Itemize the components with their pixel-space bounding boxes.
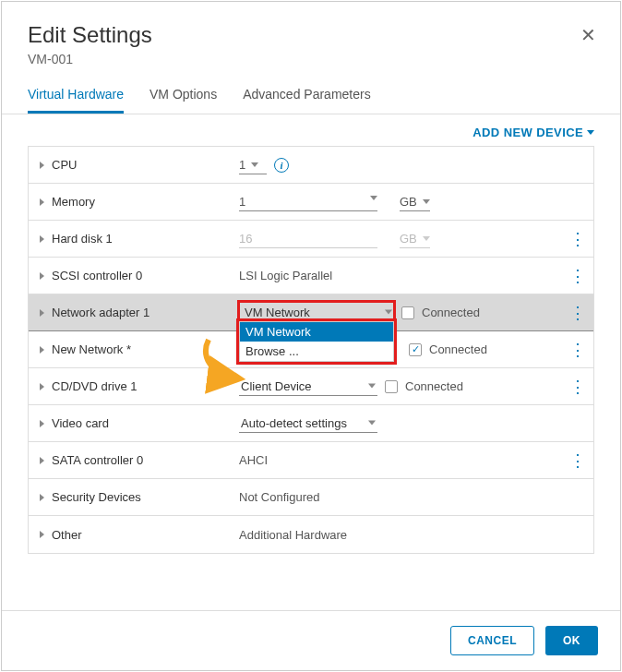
row-video-card: Video card Auto-detect settings xyxy=(29,405,593,442)
row-actions-icon[interactable]: ⋮ xyxy=(569,231,586,247)
add-new-device-label: ADD NEW DEVICE xyxy=(472,126,583,139)
expand-icon[interactable] xyxy=(40,162,44,169)
network-adapter-value: VM Network xyxy=(245,306,310,319)
cancel-button[interactable]: CANCEL xyxy=(450,626,534,655)
expand-icon[interactable] xyxy=(40,198,44,206)
cd-dvd-value: Client Device xyxy=(241,379,312,393)
row-label: Other xyxy=(52,528,82,542)
row-label: SCSI controller 0 xyxy=(52,269,142,282)
row-actions-icon[interactable]: ⋮ xyxy=(569,305,586,321)
video-card-dropdown[interactable]: Auto-detect settings xyxy=(239,414,377,433)
row-label: SATA controller 0 xyxy=(52,453,143,467)
chevron-down-icon xyxy=(251,162,258,167)
network-adapter-dropdown-popup: VM Network Browse ... xyxy=(239,321,394,362)
expand-icon[interactable] xyxy=(40,494,44,501)
row-actions-icon[interactable]: ⋮ xyxy=(569,378,586,395)
row-security-devices: Security Devices Not Configured xyxy=(29,479,593,516)
expand-icon[interactable] xyxy=(40,309,44,317)
row-sata-controller-0: SATA controller 0 AHCI ⋮ xyxy=(29,442,593,479)
row-other: Other Additional Hardware xyxy=(29,516,593,553)
tab-advanced-parameters[interactable]: Advanced Parameters xyxy=(243,87,371,114)
dialog-subtitle: VM-001 xyxy=(28,52,594,66)
hard-disk-size-input[interactable]: 16 xyxy=(239,230,377,248)
info-icon[interactable]: i xyxy=(274,158,289,173)
video-card-value: Auto-detect settings xyxy=(241,416,347,430)
expand-icon[interactable] xyxy=(40,420,44,427)
dialog-header: ✕ Edit Settings VM-001 xyxy=(2,2,620,76)
chevron-down-icon xyxy=(368,421,376,426)
cpu-count-value: 1 xyxy=(239,158,245,172)
chevron-down-icon xyxy=(587,130,594,135)
row-hard-disk-1: Hard disk 1 16 GB ⋮ xyxy=(29,221,593,258)
row-actions-icon[interactable]: ⋮ xyxy=(569,268,586,284)
network-adapter-dropdown[interactable]: VM Network VM Network Browse ... xyxy=(239,302,394,324)
chevron-down-icon xyxy=(368,384,376,389)
close-icon[interactable]: ✕ xyxy=(580,26,596,44)
row-label: Network adapter 1 xyxy=(52,306,150,319)
hard-disk-unit: GB xyxy=(400,232,417,246)
row-actions-icon[interactable]: ⋮ xyxy=(569,452,586,469)
expand-icon[interactable] xyxy=(40,383,44,390)
row-label: CD/DVD drive 1 xyxy=(52,379,137,393)
connected-checkbox[interactable] xyxy=(401,306,414,319)
expand-icon[interactable] xyxy=(40,235,44,243)
connected-checkbox[interactable] xyxy=(385,380,398,393)
row-label: CPU xyxy=(52,158,77,172)
memory-value-input[interactable]: 1 xyxy=(239,193,377,211)
security-value: Not Configured xyxy=(239,490,319,504)
memory-value: 1 xyxy=(239,195,245,209)
row-scsi-controller-0: SCSI controller 0 LSI Logic Parallel ⋮ xyxy=(29,258,593,294)
connected-checkbox[interactable] xyxy=(409,343,422,356)
expand-icon[interactable] xyxy=(40,346,44,354)
add-new-device-button[interactable]: ADD NEW DEVICE xyxy=(472,126,594,139)
expand-icon[interactable] xyxy=(40,531,44,538)
connected-label: Connected xyxy=(405,379,463,393)
cpu-count-select[interactable]: 1 xyxy=(239,156,267,174)
dialog-title: Edit Settings xyxy=(28,22,594,48)
tab-virtual-hardware[interactable]: Virtual Hardware xyxy=(28,87,124,114)
expand-icon[interactable] xyxy=(40,457,44,464)
chevron-down-icon xyxy=(370,196,377,200)
sata-value: AHCI xyxy=(239,453,268,467)
dropdown-option-browse[interactable]: Browse ... xyxy=(240,342,393,361)
row-memory: Memory 1 GB xyxy=(29,184,593,221)
cd-dvd-device-dropdown[interactable]: Client Device xyxy=(239,378,377,396)
connected-label: Connected xyxy=(429,342,487,356)
dropdown-option-vm-network[interactable]: VM Network xyxy=(240,322,393,342)
tab-vm-options[interactable]: VM Options xyxy=(150,87,217,114)
expand-icon[interactable] xyxy=(40,272,44,280)
memory-unit: GB xyxy=(400,195,417,209)
memory-unit-select[interactable]: GB xyxy=(400,193,430,211)
row-network-adapter-1: Network adapter 1 VM Network VM Network … xyxy=(29,294,593,331)
edit-settings-dialog: ✕ Edit Settings VM-001 Virtual Hardware … xyxy=(1,1,621,671)
chevron-down-icon xyxy=(385,310,392,315)
ok-button[interactable]: OK xyxy=(545,626,598,655)
row-label: New Network * xyxy=(52,342,131,356)
other-value: Additional Hardware xyxy=(239,528,347,542)
hardware-list: CPU 1 i Memory 1 xyxy=(2,146,620,554)
connected-label: Connected xyxy=(422,306,480,319)
row-label: Hard disk 1 xyxy=(52,232,113,246)
row-label: Video card xyxy=(52,416,109,430)
chevron-down-icon xyxy=(423,236,430,241)
hard-disk-unit-select[interactable]: GB xyxy=(400,230,430,248)
scsi-value: LSI Logic Parallel xyxy=(239,269,332,282)
row-label: Security Devices xyxy=(52,490,141,504)
chevron-down-icon xyxy=(423,199,430,204)
row-actions-icon[interactable]: ⋮ xyxy=(569,342,586,358)
row-label: Memory xyxy=(52,195,95,209)
tab-bar: Virtual Hardware VM Options Advanced Par… xyxy=(2,76,620,114)
add-device-bar: ADD NEW DEVICE xyxy=(2,114,620,146)
dialog-footer: CANCEL OK xyxy=(2,610,620,670)
row-cd-dvd-drive-1: CD/DVD drive 1 Client Device Connected ⋮ xyxy=(29,368,593,405)
row-cpu: CPU 1 i xyxy=(29,147,593,184)
